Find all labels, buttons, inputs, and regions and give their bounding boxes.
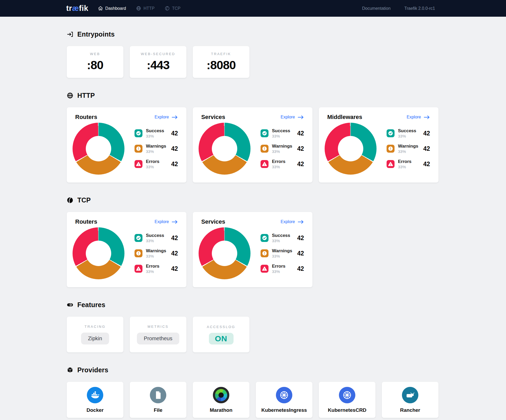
- nav-tcp-label: TCP: [172, 6, 181, 11]
- warnings-count: 42: [171, 250, 178, 257]
- feature-value: Zipkin: [81, 333, 109, 344]
- traefik-logo: træfik: [66, 4, 88, 13]
- version-label: Traefik 2.0.0-rc1: [404, 6, 435, 11]
- donut-chart: [73, 227, 124, 279]
- legend-row-success: Success33% 42: [135, 233, 178, 243]
- file-icon: [150, 387, 166, 403]
- error-triangle-icon: [387, 160, 395, 168]
- features-title: Features: [77, 301, 105, 309]
- provider-label: KubernetesCRD: [328, 407, 366, 413]
- legend-row-errors: Errors33% 42: [261, 264, 304, 274]
- globe-icon: [136, 6, 141, 11]
- kubernetes-helm-icon: [276, 387, 292, 403]
- warning-exclamation-icon: [135, 249, 142, 257]
- explore-link[interactable]: Explore: [155, 219, 178, 224]
- nav-tcp[interactable]: TCP: [165, 6, 181, 11]
- kubernetes-helm-icon: [339, 387, 355, 403]
- feature-name: TRACING: [84, 325, 106, 329]
- nav-dashboard-label: Dashboard: [105, 6, 126, 11]
- success-check-icon: [387, 129, 395, 137]
- nav-items: Dashboard HTTP TCP: [98, 6, 181, 11]
- warnings-count: 42: [297, 145, 304, 152]
- success-check-icon: [261, 129, 268, 137]
- feature-name: ACCESSLOG: [207, 325, 235, 329]
- provider-label: Docker: [87, 407, 104, 413]
- rancher-bull-icon: [402, 387, 418, 403]
- chart-legend: Success33% 42 Warnings33% 42 Errors33% 4…: [261, 233, 304, 274]
- explore-link[interactable]: Explore: [155, 115, 178, 120]
- chart-legend: Success33% 42 Warnings33% 42 Errors33% 4…: [387, 128, 430, 169]
- feature-value: Prometheus: [137, 333, 179, 344]
- globe-icon: [67, 92, 73, 99]
- chart-legend: Success33% 42 Warnings33% 42 Errors33% 4…: [261, 128, 304, 169]
- provider-label: Marathon: [210, 407, 232, 413]
- provider-label: File: [154, 407, 163, 413]
- legend-row-warnings: Warnings33% 42: [261, 144, 304, 154]
- feature-name: METRICS: [147, 325, 169, 329]
- success-check-icon: [135, 129, 142, 137]
- error-triangle-icon: [135, 265, 142, 273]
- marathon-icon: [213, 387, 229, 403]
- features-grid: TRACING Zipkin METRICS Prometheus ACCESS…: [67, 317, 506, 352]
- provider-card-kubernetes-ingress: KubernetesIngress: [256, 382, 312, 418]
- chart-card: Services Explore Success33% 42: [193, 212, 312, 287]
- success-count: 42: [171, 130, 178, 137]
- warning-exclamation-icon: [261, 249, 268, 257]
- feature-card: METRICS Prometheus: [130, 317, 186, 352]
- entrypoint-name: WEB-SECURED: [141, 52, 176, 56]
- feature-card: ACCESSLOG ON: [193, 317, 249, 352]
- documentation-link[interactable]: Documentation: [362, 6, 391, 11]
- provider-card-kubernetes-crd: KubernetesCRD: [319, 382, 375, 418]
- provider-label: Rancher: [400, 407, 420, 413]
- legend-row-warnings: Warnings33% 42: [261, 248, 304, 258]
- legend-row-success: Success33% 42: [261, 233, 304, 243]
- entrypoint-card: WEB :80: [67, 46, 123, 78]
- errors-count: 42: [171, 265, 178, 272]
- provider-card-marathon: Marathon: [193, 382, 249, 418]
- entrypoint-port: :8080: [207, 58, 236, 72]
- success-count: 42: [297, 235, 304, 242]
- nav-dashboard[interactable]: Dashboard: [98, 6, 126, 11]
- warnings-count: 42: [297, 250, 304, 257]
- legend-row-success: Success33% 42: [135, 128, 178, 138]
- entrypoint-port: :443: [147, 58, 169, 72]
- legend-row-warnings: Warnings33% 42: [135, 144, 178, 154]
- explore-link[interactable]: Explore: [281, 115, 304, 120]
- entrypoint-card: TRAEFIK :8080: [193, 46, 249, 78]
- providers-title: Providers: [77, 366, 108, 374]
- error-triangle-icon: [261, 265, 268, 273]
- legend-row-errors: Errors33% 42: [261, 159, 304, 169]
- nav-http[interactable]: HTTP: [136, 6, 155, 11]
- errors-count: 42: [297, 161, 304, 168]
- http-title: HTTP: [77, 92, 95, 99]
- warning-exclamation-icon: [135, 145, 142, 153]
- chart-legend: Success33% 42 Warnings33% 42 Errors33% 4…: [135, 128, 178, 169]
- legend-row-errors: Errors33% 42: [135, 264, 178, 274]
- entrypoint-name: TRAEFIK: [211, 52, 231, 56]
- legend-row-warnings: Warnings33% 42: [387, 144, 430, 154]
- chart-card: Middlewares Explore Success33% 42: [319, 107, 438, 183]
- donut-chart: [199, 227, 250, 279]
- navbar: træfik Dashboard HTTP TCP Documentation …: [0, 0, 506, 17]
- provider-label: KubernetesIngress: [261, 407, 307, 413]
- entrypoint-card: WEB-SECURED :443: [130, 46, 186, 78]
- entrypoints-header: Entrypoints: [67, 17, 506, 38]
- chart-card: Services Explore Success33% 42: [193, 107, 312, 183]
- explore-link[interactable]: Explore: [407, 115, 430, 120]
- features-header: Features: [67, 287, 506, 309]
- provider-card-rancher: Rancher: [382, 382, 438, 418]
- success-count: 42: [423, 130, 430, 137]
- http-grid: Routers Explore Success33% 42: [67, 107, 506, 183]
- success-check-icon: [135, 234, 142, 242]
- legend-row-warnings: Warnings33% 42: [135, 248, 178, 258]
- providers-header: Providers: [67, 352, 506, 374]
- warning-exclamation-icon: [387, 145, 395, 153]
- provider-card-file: File: [130, 382, 186, 418]
- arrow-right-icon: [298, 115, 304, 120]
- donut-chart: [73, 123, 124, 175]
- providers-grid: Docker File Marathon KubernetesIngress: [67, 382, 506, 418]
- errors-count: 42: [297, 265, 304, 272]
- success-check-icon: [261, 234, 268, 242]
- explore-link[interactable]: Explore: [281, 219, 304, 224]
- tcp-ball-icon: [165, 6, 170, 11]
